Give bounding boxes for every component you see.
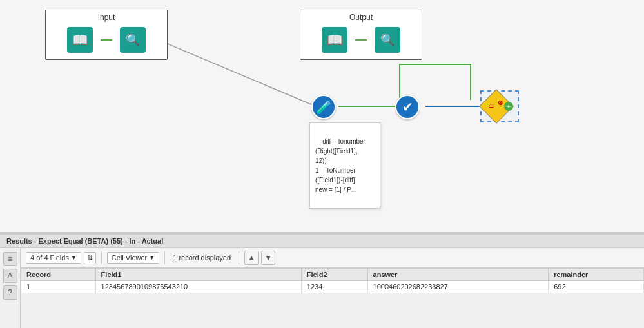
input-browse-icon: 🔍: [120, 27, 146, 53]
table-header-row: Record Field1 Field2 answer remainder: [21, 269, 644, 281]
svg-text:≡: ≡: [489, 101, 494, 111]
results-header: Results - Expect Equal (BETA) (55) - In …: [0, 235, 644, 248]
col-remainder: remainder: [549, 269, 644, 281]
results-left-icons: ≡ A ?: [0, 248, 21, 328]
col-answer: answer: [367, 269, 549, 281]
results-table: Record Field1 Field2 answer remainder 11…: [21, 268, 644, 293]
results-toolbar: 4 of 4 Fields ▼ ⇅ Cell Viewer ▼ 1 record…: [21, 248, 644, 268]
fields-sort-button[interactable]: ⇅: [84, 252, 96, 264]
record-count-label: 1 record displayed: [173, 254, 231, 262]
output-browse-icon: 🔍: [375, 27, 400, 53]
output-box-icons: 📖 🔍: [300, 23, 422, 59]
table-cell: 692: [549, 281, 644, 293]
svg-line-0: [160, 41, 316, 106]
formula-tooltip: diff = tonumber (Right([Field1], 12)) 1 …: [309, 122, 380, 209]
add-icon: +: [504, 102, 513, 111]
input-box-icons: 📖 🔍: [46, 23, 167, 59]
table-icon[interactable]: ≡: [3, 252, 17, 266]
col-field2: Field2: [301, 269, 367, 281]
formula-node[interactable]: 🧪: [311, 95, 336, 119]
col-field1: Field1: [95, 269, 301, 281]
input-box-label: Input: [46, 10, 167, 23]
results-panel: Results - Expect Equal (BETA) (55) - In …: [0, 233, 644, 328]
table-cell: 1: [21, 281, 96, 293]
table-cell: 1234: [301, 281, 367, 293]
input-book-icon: 📖: [67, 27, 93, 53]
svg-text:⊗: ⊗: [498, 99, 503, 106]
col-record: Record: [21, 269, 96, 281]
format-icon[interactable]: A: [3, 269, 17, 283]
output-box-label: Output: [300, 10, 422, 23]
table-cell: 1000460202682233827: [367, 281, 549, 293]
input-box[interactable]: Input 📖 🔍: [45, 10, 168, 60]
results-main-area: ≡ A ? 4 of 4 Fields ▼ ⇅ Cell Viewer ▼: [0, 248, 644, 328]
sort-down-button[interactable]: ▼: [261, 251, 275, 265]
sort-up-button[interactable]: ▲: [244, 251, 259, 265]
output-book-icon: 📖: [322, 27, 347, 53]
cell-viewer-button[interactable]: Cell Viewer ▼: [107, 252, 159, 264]
toolbar-separator-2: [164, 251, 165, 264]
toolbar-separator-3: [239, 251, 239, 264]
input-connector-out: [101, 39, 112, 41]
output-box[interactable]: Output 📖 🔍: [300, 10, 422, 60]
results-table-container[interactable]: Record Field1 Field2 answer remainder 11…: [21, 268, 644, 293]
chevron-down-icon: ▼: [71, 255, 77, 261]
toolbar-separator-1: [101, 251, 102, 264]
table-body: 1123456789010987654321012341000460202682…: [21, 281, 644, 293]
table-cell: 1234567890109876543210: [95, 281, 301, 293]
check-node[interactable]: ✔: [395, 95, 420, 119]
viewer-chevron-icon: ▼: [149, 255, 155, 261]
help-icon[interactable]: ?: [3, 285, 17, 300]
warning-node[interactable]: ≡ ⊗ +: [482, 92, 511, 121]
output-connector-out: [355, 39, 367, 41]
table-row: 1123456789010987654321012341000460202682…: [21, 281, 644, 293]
fields-selector-button[interactable]: 4 of 4 Fields ▼: [26, 252, 81, 264]
workflow-canvas: Input 📖 🔍 Output 📖 🔍 🧪 diff = tonumber (…: [0, 0, 644, 232]
results-content: 4 of 4 Fields ▼ ⇅ Cell Viewer ▼ 1 record…: [21, 248, 644, 328]
